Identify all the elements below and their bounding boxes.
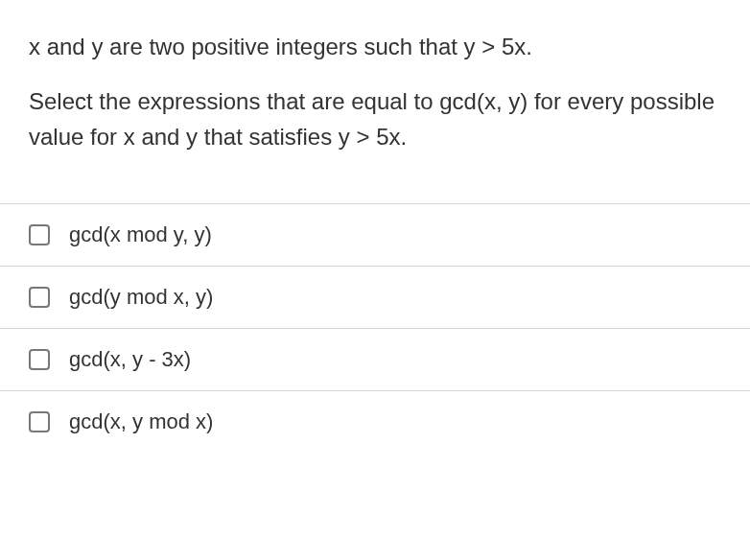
option-row[interactable]: gcd(x, y mod x) xyxy=(0,390,750,453)
option-label: gcd(x, y mod x) xyxy=(69,409,213,434)
option-row[interactable]: gcd(y mod x, y) xyxy=(0,266,750,328)
checkbox[interactable] xyxy=(29,411,50,432)
option-label: gcd(x mod y, y) xyxy=(69,222,212,247)
option-label: gcd(y mod x, y) xyxy=(69,285,213,310)
option-row[interactable]: gcd(x mod y, y) xyxy=(0,203,750,266)
option-label: gcd(x, y - 3x) xyxy=(69,347,191,372)
checkbox[interactable] xyxy=(29,224,50,245)
options-list: gcd(x mod y, y) gcd(y mod x, y) gcd(x, y… xyxy=(0,203,750,453)
checkbox[interactable] xyxy=(29,287,50,308)
question-text: x and y are two positive integers such t… xyxy=(29,29,721,155)
question-line-1: x and y are two positive integers such t… xyxy=(29,29,721,64)
question-prompt: x and y are two positive integers such t… xyxy=(0,0,750,155)
question-line-2: Select the expressions that are equal to… xyxy=(29,83,721,154)
option-row[interactable]: gcd(x, y - 3x) xyxy=(0,328,750,390)
checkbox[interactable] xyxy=(29,349,50,370)
